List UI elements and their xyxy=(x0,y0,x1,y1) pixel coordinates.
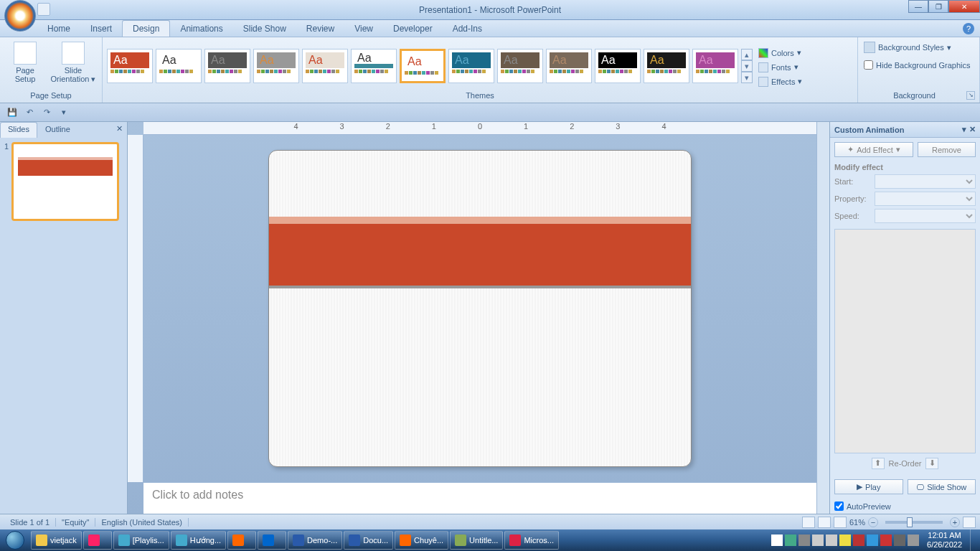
pane-close-icon[interactable]: ✕ xyxy=(969,125,976,134)
animation-list[interactable] xyxy=(834,229,976,453)
property-select[interactable] xyxy=(875,192,976,206)
save-icon[interactable]: 💾 xyxy=(4,105,20,120)
theme-thumb-9[interactable]: Aa xyxy=(497,49,543,83)
theme-thumb-7[interactable]: Aa xyxy=(400,49,446,83)
hide-bg-checkbox[interactable] xyxy=(864,60,873,70)
tray-icon[interactable] xyxy=(908,534,919,546)
taskbar-item[interactable] xyxy=(227,531,256,550)
pane-dropdown-icon[interactable]: ▾ xyxy=(962,125,966,134)
taskbar-item[interactable] xyxy=(83,531,112,550)
status-language[interactable]: English (United States) xyxy=(95,518,189,527)
tab-review[interactable]: Review xyxy=(296,21,344,37)
reorder-down-button[interactable]: ⬇ xyxy=(925,458,938,469)
taskbar-item[interactable]: Chuyê... xyxy=(395,531,448,550)
tray-icon[interactable] xyxy=(867,534,878,546)
help-icon[interactable]: ? xyxy=(963,23,974,34)
notes-pane[interactable]: Click to add notes xyxy=(143,482,816,514)
vertical-scrollbar[interactable] xyxy=(816,122,829,514)
theme-thumb-8[interactable]: Aa xyxy=(448,49,494,83)
restore-button[interactable]: ❐ xyxy=(928,0,948,13)
add-effect-button[interactable]: ✦Add Effect ▾ xyxy=(834,142,913,157)
theme-thumb-4[interactable]: Aa xyxy=(253,49,299,83)
reorder-up-button[interactable]: ⬆ xyxy=(872,458,885,469)
slide-orientation-button[interactable]: SlideOrientation ▾ xyxy=(49,40,98,84)
remove-effect-button[interactable]: Remove xyxy=(918,142,976,157)
office-button[interactable] xyxy=(4,0,36,32)
slideshow-view-button[interactable] xyxy=(834,517,847,528)
fonts-button[interactable]: Fonts ▾ xyxy=(755,62,805,73)
taskbar-item[interactable]: Hướng... xyxy=(171,531,226,550)
close-button[interactable]: ✕ xyxy=(948,0,980,13)
taskbar-item[interactable]: Docu... xyxy=(344,531,393,550)
tab-home[interactable]: Home xyxy=(37,21,80,37)
theme-scroll-down[interactable]: ▾ xyxy=(741,60,753,72)
theme-thumb-3[interactable]: Aa xyxy=(204,49,250,83)
slide-canvas-area[interactable] xyxy=(143,135,816,482)
theme-scroll-up[interactable]: ▴ xyxy=(741,49,753,60)
hide-bg-graphics-checkbox[interactable]: Hide Background Graphics xyxy=(862,59,971,71)
theme-thumb-1[interactable]: Aa xyxy=(107,49,153,83)
theme-thumb-6[interactable]: Aa xyxy=(351,49,397,83)
taskbar-item[interactable]: [Playlis... xyxy=(113,531,169,550)
taskbar-item[interactable] xyxy=(258,531,286,550)
tray-volume-icon[interactable] xyxy=(812,534,824,546)
play-button[interactable]: ▶ Play xyxy=(834,479,903,494)
tab-insert[interactable]: Insert xyxy=(80,21,122,37)
theme-thumb-5[interactable]: Aa xyxy=(302,49,348,83)
theme-thumb-10[interactable]: Aa xyxy=(546,49,592,83)
theme-thumb-12[interactable]: Aa xyxy=(644,49,689,83)
autopreview-checkbox[interactable]: AutoPreview xyxy=(830,499,980,514)
start-select[interactable] xyxy=(875,174,976,189)
tab-addins[interactable]: Add-Ins xyxy=(443,21,492,37)
tray-icon[interactable] xyxy=(853,534,864,546)
taskbar-item[interactable]: Untitle... xyxy=(450,531,503,550)
theme-more-button[interactable]: ▾ xyxy=(741,72,753,83)
taskbar-item[interactable]: Micros... xyxy=(504,531,559,550)
normal-view-button[interactable] xyxy=(802,517,815,528)
speed-select[interactable] xyxy=(875,209,976,223)
zoom-thumb[interactable] xyxy=(907,517,913,527)
tab-slides[interactable]: Slides xyxy=(0,122,37,138)
tray-icon[interactable] xyxy=(798,534,810,546)
autopreview-check[interactable] xyxy=(834,501,844,511)
slide-thumbnail-1[interactable]: 1 xyxy=(4,142,123,221)
tab-design[interactable]: Design xyxy=(122,20,170,37)
tab-view[interactable]: View xyxy=(344,21,383,37)
background-styles-button[interactable]: Background Styles ▾ xyxy=(862,40,953,55)
taskbar-item[interactable]: Demo-... xyxy=(288,531,342,550)
theme-thumb-11[interactable]: Aa xyxy=(595,49,641,83)
background-launcher-icon[interactable]: ↘ xyxy=(966,91,975,100)
tray-icon[interactable] xyxy=(839,534,851,546)
colors-button[interactable]: Colors ▾ xyxy=(755,47,805,59)
zoom-out-button[interactable]: − xyxy=(868,517,878,527)
qat-save-icon[interactable] xyxy=(37,3,50,16)
slide-canvas[interactable] xyxy=(268,150,692,467)
page-setup-button[interactable]: Page Setup xyxy=(4,40,46,83)
tab-slideshow[interactable]: Slide Show xyxy=(233,21,296,37)
taskbar-item[interactable]: vietjack xyxy=(31,531,82,550)
qat-customize-icon[interactable]: ▾ xyxy=(56,105,72,120)
tab-developer[interactable]: Developer xyxy=(383,21,443,37)
slideshow-button[interactable]: 🖵 Slide Show xyxy=(908,479,976,494)
show-desktop-button[interactable] xyxy=(970,529,977,551)
minimize-button[interactable]: — xyxy=(908,0,928,13)
redo-icon[interactable]: ↷ xyxy=(39,105,55,120)
theme-thumb-2[interactable]: Aa xyxy=(156,49,202,83)
slide-panel-close-icon[interactable]: ✕ xyxy=(112,122,127,138)
tray-network-icon[interactable] xyxy=(826,534,837,546)
tab-outline[interactable]: Outline xyxy=(37,122,78,138)
tray-icon[interactable] xyxy=(785,534,796,546)
zoom-in-button[interactable]: + xyxy=(950,517,960,527)
tray-icon[interactable] xyxy=(894,534,905,546)
effects-button[interactable]: Effects ▾ xyxy=(755,76,805,88)
fit-window-button[interactable] xyxy=(963,517,976,528)
zoom-slider[interactable] xyxy=(885,521,943,524)
theme-thumb-13[interactable]: Aa xyxy=(692,49,738,83)
start-button[interactable] xyxy=(0,529,30,551)
taskbar-clock[interactable]: 12:01 AM 6/26/2022 xyxy=(921,531,968,550)
tray-icon[interactable] xyxy=(771,534,783,546)
undo-icon[interactable]: ↶ xyxy=(22,105,37,120)
tab-animations[interactable]: Animations xyxy=(170,21,232,37)
sorter-view-button[interactable] xyxy=(818,517,831,528)
tray-icon[interactable] xyxy=(880,534,892,546)
